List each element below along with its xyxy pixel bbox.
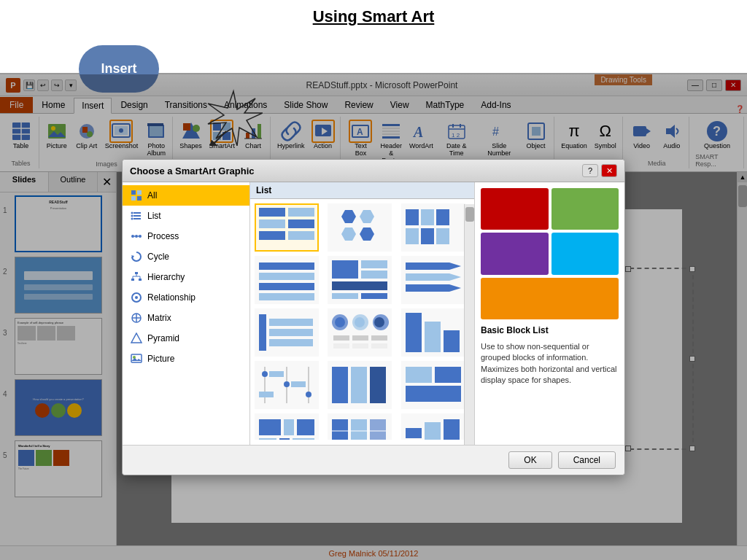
gallery-header: List [250, 182, 474, 199]
svg-rect-100 [259, 283, 314, 290]
svg-rect-95 [406, 228, 419, 244]
svg-rect-110 [406, 273, 449, 281]
svg-rect-93 [421, 209, 434, 225]
cancel-button[interactable]: Cancel [558, 451, 616, 469]
svg-rect-67 [135, 272, 138, 274]
svg-rect-92 [406, 209, 419, 225]
gallery-item-2[interactable] [328, 203, 392, 252]
gallery-item-7[interactable] [255, 308, 319, 357]
cat-item-process[interactable]: Process [123, 226, 249, 246]
cat-item-cycle[interactable]: Cycle [123, 246, 249, 267]
svg-rect-161 [444, 419, 460, 440]
svg-point-140 [306, 392, 311, 397]
cat-item-all[interactable]: All [123, 185, 249, 206]
gallery-item-5[interactable] [328, 256, 392, 304]
dialog-controls: ? ✕ [582, 164, 617, 177]
gallery-item-15[interactable] [401, 413, 465, 440]
page-title-area: Using Smart Art [0, 0, 747, 30]
svg-rect-132 [444, 330, 460, 352]
gallery-item-4[interactable] [255, 256, 319, 304]
dialog-title: Choose a SmartArt Graphic [130, 166, 255, 176]
gallery-scroll-thumb[interactable] [465, 207, 474, 222]
svg-rect-86 [259, 231, 285, 240]
svg-rect-112 [406, 284, 449, 292]
svg-rect-51 [131, 190, 136, 195]
dialog-body: All List Process [123, 182, 624, 445]
svg-rect-128 [352, 343, 368, 349]
cat-matrix-icon [130, 311, 143, 324]
gallery-item-6[interactable] [401, 256, 465, 304]
cat-item-relationship[interactable]: Relationship [123, 287, 249, 308]
preview-title: Basic Block List [481, 325, 619, 335]
gallery-item-14[interactable] [328, 413, 392, 440]
svg-rect-156 [370, 419, 386, 440]
svg-point-63 [139, 235, 142, 238]
svg-rect-148 [259, 419, 281, 435]
svg-rect-83 [288, 208, 314, 217]
preview-area: Basic Block List Use to show non-sequent… [475, 182, 624, 445]
svg-point-138 [284, 381, 290, 387]
ok-button[interactable]: OK [508, 451, 551, 469]
cat-item-picture[interactable]: Picture [123, 349, 249, 369]
svg-marker-90 [341, 228, 356, 241]
preview-shapes [481, 188, 619, 319]
svg-rect-130 [406, 313, 422, 352]
svg-rect-151 [259, 438, 276, 440]
svg-rect-147 [406, 386, 461, 402]
svg-rect-68 [131, 279, 134, 281]
preview-shape-purple-left [481, 233, 549, 274]
cat-item-pyramid[interactable]: Pyramid [123, 328, 249, 349]
svg-rect-114 [259, 314, 266, 351]
svg-rect-127 [333, 343, 349, 349]
svg-rect-117 [269, 339, 313, 346]
smartart-dialog: Choose a SmartArt Graphic ? ✕ All [122, 159, 625, 475]
preview-shape-cyan-right [551, 233, 619, 274]
svg-rect-96 [421, 228, 434, 244]
svg-rect-84 [259, 219, 285, 228]
dialog-overlay: Choose a SmartArt Graphic ? ✕ All [0, 74, 747, 560]
gallery-item-3[interactable] [401, 203, 465, 252]
svg-rect-146 [435, 367, 461, 383]
svg-rect-106 [332, 293, 358, 299]
gallery-item-11[interactable] [328, 361, 392, 409]
svg-rect-54 [137, 196, 142, 201]
dialog-footer: OK Cancel [123, 445, 624, 475]
gallery-area: List [250, 182, 475, 445]
dialog-close-button[interactable]: ✕ [601, 164, 617, 177]
gallery-item-13[interactable] [255, 413, 319, 440]
gallery-item-12[interactable] [401, 361, 465, 409]
svg-rect-131 [425, 322, 441, 352]
svg-rect-97 [436, 228, 449, 244]
cat-item-list[interactable]: List [123, 206, 249, 226]
svg-rect-108 [406, 262, 449, 270]
svg-rect-98 [259, 262, 314, 270]
cat-all-icon [130, 189, 143, 202]
cat-item-matrix[interactable]: Matrix [123, 308, 249, 328]
svg-point-123 [374, 317, 384, 327]
svg-rect-102 [332, 260, 358, 279]
svg-marker-109 [449, 262, 461, 270]
svg-point-121 [335, 317, 345, 327]
cat-relationship-icon [130, 291, 143, 304]
svg-point-59 [131, 215, 133, 217]
svg-rect-129 [371, 343, 387, 349]
svg-marker-91 [360, 228, 374, 241]
gallery-item-1[interactable] [255, 203, 319, 252]
gallery-scrollbar[interactable] [464, 204, 474, 445]
svg-point-62 [135, 235, 138, 238]
gallery-item-9[interactable] [401, 308, 465, 357]
svg-rect-137 [269, 371, 284, 377]
svg-rect-124 [333, 335, 349, 341]
gallery-item-10[interactable] [255, 361, 319, 409]
cat-item-hierarchy[interactable]: Hierarchy [123, 267, 249, 287]
svg-rect-85 [288, 219, 314, 228]
svg-rect-99 [259, 273, 314, 280]
svg-marker-111 [449, 273, 461, 281]
svg-rect-145 [406, 367, 432, 383]
dialog-help-button[interactable]: ? [582, 164, 598, 177]
svg-point-75 [135, 296, 138, 299]
svg-rect-153 [293, 438, 314, 440]
gallery-item-8[interactable] [328, 308, 392, 357]
svg-rect-104 [361, 271, 387, 279]
svg-rect-149 [284, 419, 294, 435]
